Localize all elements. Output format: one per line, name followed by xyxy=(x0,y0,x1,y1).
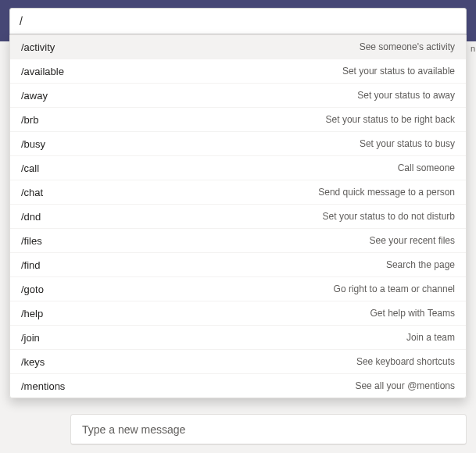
command-item[interactable]: /busySet your status to busy xyxy=(10,132,466,156)
command-name: /available xyxy=(21,66,64,77)
command-description: Join a team xyxy=(406,332,455,343)
command-item[interactable]: /callCall someone xyxy=(10,156,466,180)
command-name: /help xyxy=(21,308,43,319)
command-search-input[interactable] xyxy=(20,15,456,27)
command-name: /mentions xyxy=(21,380,65,392)
command-description: Set your status to be right back xyxy=(326,114,455,125)
command-search-box[interactable] xyxy=(9,8,467,34)
command-item[interactable]: /chatSend quick message to a person xyxy=(10,180,466,205)
command-description: Get help with Teams xyxy=(370,308,456,319)
command-name: /activity xyxy=(21,41,55,53)
command-description: Set your status to away xyxy=(357,90,455,101)
command-item[interactable]: /gotoGo right to a team or channel xyxy=(10,277,466,301)
compose-placeholder: Type a new message xyxy=(82,423,185,436)
command-name: /away xyxy=(21,90,48,102)
command-item[interactable]: /filesSee your recent files xyxy=(10,229,466,253)
command-description: See all your @mentions xyxy=(355,380,455,391)
command-item[interactable]: /keysSee keyboard shortcuts xyxy=(10,350,466,374)
command-item[interactable]: /helpGet help with Teams xyxy=(10,301,466,326)
command-name: /call xyxy=(21,162,39,174)
command-description: See someone's activity xyxy=(360,41,455,52)
command-description: Set your status to busy xyxy=(360,138,455,149)
cropped-text: n xyxy=(471,44,475,53)
command-name: /join xyxy=(21,332,40,344)
command-item[interactable]: /awaySet your status to away xyxy=(10,84,466,108)
command-name: /chat xyxy=(21,187,43,198)
command-description: Set your status to do not disturb xyxy=(323,211,455,222)
command-suggestions-dropdown[interactable]: /activitySee someone's activity/availabl… xyxy=(9,34,467,398)
command-description: Go right to a team or channel xyxy=(334,284,455,294)
command-item[interactable]: /activitySee someone's activity xyxy=(10,35,466,59)
command-name: /keys xyxy=(21,356,45,368)
command-item[interactable]: /findSearch the page xyxy=(10,253,466,277)
message-compose-area: Type a new message xyxy=(70,414,467,445)
command-item[interactable]: /mentionsSee all your @mentions xyxy=(10,374,466,398)
command-item[interactable]: /dndSet your status to do not disturb xyxy=(10,205,466,229)
command-name: /busy xyxy=(21,138,45,150)
command-name: /goto xyxy=(21,284,44,295)
command-name: /brb xyxy=(21,114,38,126)
command-item[interactable]: /brbSet your status to be right back xyxy=(10,108,466,132)
command-description: Search the page xyxy=(386,259,455,270)
command-description: Set your status to available xyxy=(342,66,455,77)
command-description: See your recent files xyxy=(370,235,455,246)
command-description: See keyboard shortcuts xyxy=(356,356,455,367)
command-description: Send quick message to a person xyxy=(318,187,455,198)
command-item[interactable]: /joinJoin a team xyxy=(10,326,466,350)
command-name: /find xyxy=(21,259,41,271)
command-description: Call someone xyxy=(398,162,455,173)
command-name: /dnd xyxy=(21,211,41,223)
command-item[interactable]: /availableSet your status to available xyxy=(10,59,466,84)
message-compose-box[interactable]: Type a new message xyxy=(70,414,467,445)
command-name: /files xyxy=(21,235,42,247)
